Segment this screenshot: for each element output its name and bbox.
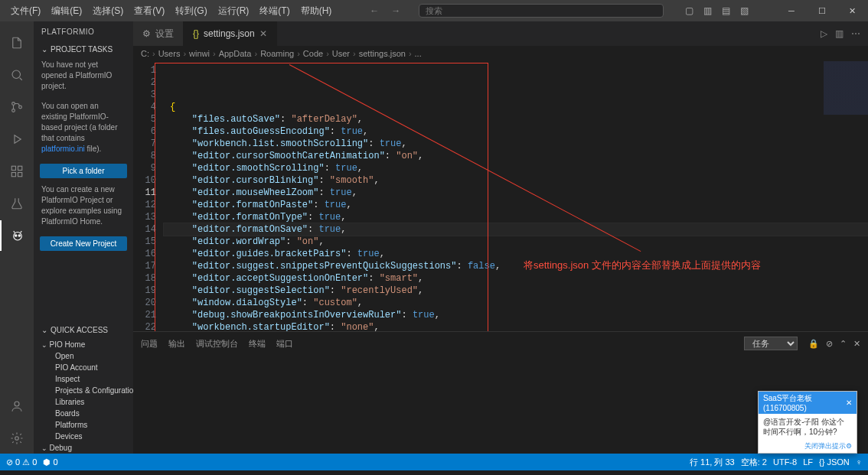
minimap[interactable] xyxy=(824,61,868,138)
close-button[interactable]: ✕ xyxy=(837,0,868,21)
menu-item[interactable]: 查看(V) xyxy=(129,2,169,21)
status-item[interactable]: LF xyxy=(803,457,813,467)
status-item[interactable]: 空格: 2 xyxy=(741,457,767,468)
breadcrumb[interactable]: C:›Users›winwi›AppData›Roaming›Code›User… xyxy=(133,46,868,61)
panel-title: PLATFORMIO xyxy=(34,21,133,42)
platformio-ini-link[interactable]: platformio.ini xyxy=(41,145,85,153)
menu-item[interactable]: 编辑(E) xyxy=(47,2,86,21)
open-existing-text: You can open an existing PlatformIO-base… xyxy=(34,98,133,161)
json-icon: {} xyxy=(193,28,199,39)
code-content[interactable]: ✎ { "files.autoSave": "afterDelay", "fil… xyxy=(164,61,868,331)
testing-icon[interactable] xyxy=(0,188,34,219)
status-item[interactable]: {} JSON xyxy=(819,457,850,467)
explorer-icon[interactable] xyxy=(0,28,34,58)
tree-item[interactable]: Libraries xyxy=(34,396,133,408)
tree-item[interactable]: Projects & Configuration xyxy=(34,385,133,396)
annotation-text: 将settings.json 文件的内容全部替换成上面提供的内容 xyxy=(524,259,761,272)
maximize-button[interactable]: ☐ xyxy=(807,0,837,21)
code-editor[interactable]: 1234567891011121314151617181920212223 ✎ … xyxy=(133,61,868,331)
breadcrumb-item[interactable]: C: xyxy=(141,49,149,58)
title-bar: 文件(F)编辑(E)选择(S)查看(V)转到(G)运行(R)终端(T)帮助(H)… xyxy=(0,0,868,21)
tree-item[interactable]: PIO Account xyxy=(34,362,133,373)
panel-tab[interactable]: 问题 xyxy=(141,339,158,348)
menu-item[interactable]: 帮助(H) xyxy=(296,2,337,21)
panel-icons: 🔒 ⊘ ⌃ ✕ xyxy=(804,339,860,349)
tree-item[interactable]: PIO Home xyxy=(34,339,133,350)
chevron-up-icon[interactable]: ⌃ xyxy=(840,339,847,348)
minimize-button[interactable]: ─ xyxy=(776,0,807,21)
back-arrow-icon[interactable]: ← xyxy=(367,4,382,18)
layout-icon[interactable]: ▥ xyxy=(701,4,715,18)
run-icon[interactable]: ▷ xyxy=(821,28,827,39)
panel-tab[interactable]: 输出 xyxy=(168,339,185,348)
status-item[interactable]: ♀ xyxy=(856,457,862,467)
panel-tab[interactable]: 调试控制台 xyxy=(196,339,238,348)
gear-icon: ⚙ xyxy=(142,28,151,39)
layout-icon[interactable]: ▤ xyxy=(720,4,733,18)
fwd-arrow-icon[interactable]: → xyxy=(388,4,403,18)
tree-item[interactable]: Inspect xyxy=(34,373,133,385)
toast-body: @语言开发-子阳 你这个时间不行啊，10分钟? xyxy=(759,414,857,440)
clear-icon[interactable]: ⊘ xyxy=(826,339,833,348)
search-icon[interactable] xyxy=(0,60,34,90)
create-project-button[interactable]: Create New Project xyxy=(40,236,127,251)
extensions-icon[interactable] xyxy=(0,156,34,187)
status-item[interactable]: ⊘ 0 ⚠ 0 xyxy=(6,457,37,467)
split-icon[interactable]: ▥ xyxy=(835,28,844,39)
account-icon[interactable] xyxy=(0,391,34,421)
svg-point-12 xyxy=(15,437,19,441)
quick-access-tree: PIO HomeOpenPIO AccountInspectProjects &… xyxy=(34,337,133,454)
tab-settings[interactable]: ⚙设置 xyxy=(133,21,184,46)
breadcrumb-item[interactable]: ... xyxy=(415,49,422,58)
menu-item[interactable]: 选择(S) xyxy=(88,2,128,21)
breadcrumb-item[interactable]: User xyxy=(332,49,350,58)
toast-footer[interactable]: 关闭弹出提示⚙ xyxy=(759,440,857,453)
svg-rect-6 xyxy=(11,173,15,177)
status-item[interactable]: UTF-8 xyxy=(773,457,797,467)
gear-icon[interactable] xyxy=(0,423,34,454)
pick-folder-button[interactable]: Pick a folder xyxy=(40,164,127,178)
close-icon[interactable]: ✕ xyxy=(259,28,267,39)
panel-tab[interactable]: 端口 xyxy=(276,339,293,348)
tab-settings-json[interactable]: {}settings.json✕ xyxy=(184,21,277,46)
breadcrumb-item[interactable]: AppData xyxy=(219,49,252,58)
tree-item[interactable]: Open xyxy=(34,350,133,362)
menu-item[interactable]: 文件(F) xyxy=(6,2,45,21)
run-debug-icon[interactable] xyxy=(0,124,34,155)
layout-icon[interactable]: ▧ xyxy=(738,4,752,18)
status-item[interactable]: 行 11, 列 33 xyxy=(690,457,735,468)
panel-tabs: 问题输出调试控制台终端端口 任务 🔒 ⊘ ⌃ ✕ xyxy=(133,332,868,355)
no-project-text: You have not yet opened a PlatformIO pro… xyxy=(34,57,133,98)
panel-tab[interactable]: 终端 xyxy=(249,339,266,348)
breadcrumb-item[interactable]: Code xyxy=(303,49,323,58)
menu-item[interactable]: 运行(R) xyxy=(214,2,254,21)
breadcrumb-item[interactable]: Users xyxy=(158,49,181,58)
command-search-input[interactable] xyxy=(419,4,664,18)
breadcrumb-item[interactable]: Roaming xyxy=(260,49,294,58)
status-item[interactable]: ⬢ 0 xyxy=(43,457,57,467)
activity-bar xyxy=(0,21,34,454)
tree-item[interactable]: Debug xyxy=(34,442,133,454)
breadcrumb-item[interactable]: winwi xyxy=(189,49,210,58)
tree-item[interactable]: Devices xyxy=(34,431,133,442)
menu-item[interactable]: 转到(G) xyxy=(171,2,211,21)
line-gutter: 1234567891011121314151617181920212223 xyxy=(133,61,164,331)
close-panel-icon[interactable]: ✕ xyxy=(853,339,860,348)
lock-icon[interactable]: 🔒 xyxy=(808,339,819,348)
side-panel: PLATFORMIO ⌄PROJECT TASKS You have not y… xyxy=(34,21,133,454)
toast-header: SaaS平台老板(116700805)✕ xyxy=(759,392,857,414)
source-control-icon[interactable] xyxy=(0,92,34,122)
task-dropdown[interactable]: 任务 xyxy=(744,337,798,350)
menu-bar: 文件(F)编辑(E)选择(S)查看(V)转到(G)运行(R)终端(T)帮助(H) xyxy=(0,2,336,21)
notification-toast[interactable]: SaaS平台老板(116700805)✕ @语言开发-子阳 你这个时间不行啊，1… xyxy=(758,391,857,454)
project-tasks-header[interactable]: ⌄PROJECT TASKS xyxy=(34,42,133,57)
tree-item[interactable]: Platforms xyxy=(34,419,133,431)
close-icon[interactable]: ✕ xyxy=(846,399,852,407)
layout-icon[interactable]: ▢ xyxy=(683,4,697,18)
platformio-icon[interactable] xyxy=(0,220,34,251)
more-icon[interactable]: ⋯ xyxy=(851,28,860,39)
breadcrumb-item[interactable]: settings.json xyxy=(359,49,406,58)
tree-item[interactable]: Boards xyxy=(34,408,133,419)
quick-access-header[interactable]: ⌄QUICK ACCESS xyxy=(34,323,133,337)
menu-item[interactable]: 终端(T) xyxy=(255,2,294,21)
